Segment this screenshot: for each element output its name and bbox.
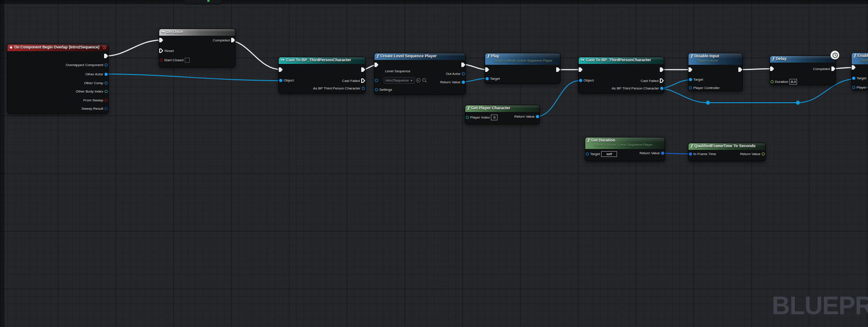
player-index-input[interactable]: 0 (491, 115, 498, 120)
wire-cast2-to-disableinput-target[interactable] (660, 80, 691, 88)
exec-out-pin[interactable] (104, 54, 108, 58)
reroute-node[interactable] (796, 101, 800, 105)
node-header[interactable]: ƒ QualifiedFrameTime To Seconds (688, 143, 765, 150)
latent-clock-icon (831, 51, 839, 59)
node-header[interactable]: ƒ Disable Input Target is Actor (688, 53, 742, 65)
node-header[interactable]: ƒ Create Level Sequence Player (374, 53, 465, 60)
pin-label: Sweep Result (82, 107, 103, 111)
node-header[interactable]: ƒ Play Target is Movie Scene Sequence Pl… (485, 53, 560, 65)
node-get-player-character[interactable]: ƒ Get Player Character Player Index0 Ret… (465, 105, 540, 124)
exec-in-pin[interactable] (374, 63, 378, 67)
struct-pin[interactable] (105, 107, 108, 110)
bool-pin[interactable] (105, 99, 108, 102)
wire-getplayercharacter-to-cast2-object[interactable] (535, 81, 580, 117)
player-controller-pin[interactable] (852, 86, 855, 89)
exec-in-pin[interactable] (688, 67, 692, 72)
object-out-pin[interactable] (660, 87, 663, 90)
node-on-component-begin-overlap[interactable]: ◈ On Component Begin Overlap (Intro2Sequ… (7, 44, 108, 114)
exec-out-pin[interactable] (660, 67, 664, 72)
wire-exec-event-to-doonce[interactable] (105, 40, 161, 56)
node-play[interactable]: ƒ Play Target is Movie Scene Sequence Pl… (485, 53, 561, 84)
bool-pin[interactable] (160, 59, 163, 62)
pin-label: Target (693, 78, 703, 82)
reroute-node[interactable] (706, 101, 710, 105)
exec-in-pin[interactable] (852, 65, 856, 70)
exec-in-pin[interactable] (485, 67, 489, 72)
target-pin[interactable] (486, 77, 489, 80)
object-pin[interactable] (375, 79, 378, 82)
wire-getduration-to-qft[interactable] (661, 153, 691, 154)
node-header[interactable]: ƒ Get Player Character (465, 105, 539, 112)
object-pin[interactable] (105, 63, 108, 67)
pin-label: Cast Failed (342, 79, 360, 83)
node-get-duration[interactable]: ƒ Get Duration Target is Movie Scene Seq… (585, 137, 665, 161)
struct-pin[interactable] (375, 88, 378, 91)
node-enable-input[interactable]: ƒ Enable Input Target is Actor Target Pl… (851, 52, 868, 90)
blueprint-graph-canvas[interactable]: BLUEPRINT ◈ On Co (0, 0, 868, 327)
boolean-pin[interactable] (207, 0, 210, 2)
wire-exec-disableinput-to-delay[interactable] (739, 69, 772, 70)
return-value-pin[interactable] (661, 152, 664, 155)
return-value-pin[interactable] (462, 81, 465, 84)
object-pin[interactable] (579, 79, 582, 82)
exec-out-pin[interactable] (361, 67, 365, 72)
node-header[interactable]: ↠ Do Once (159, 29, 235, 36)
level-sequence-dropdown[interactable]: Intro2Sequence ▼ (384, 77, 415, 84)
browse-asset-icon[interactable] (422, 78, 427, 83)
exec-in-pin[interactable] (770, 67, 774, 71)
node-cast-to-thirdpersoncharacter-1[interactable]: ↦ Cast To BP_ThirdPersonCharacter Object… (278, 57, 366, 93)
duration-input[interactable]: 8,0 (789, 79, 797, 85)
node-delay[interactable]: ƒ Delay Completed Duration8,0 (770, 56, 836, 85)
float-pin[interactable] (771, 80, 774, 83)
node-disable-input[interactable]: ƒ Disable Input Target is Actor Target P… (688, 53, 743, 91)
node-header[interactable]: ƒ Enable Input Target is Actor (852, 53, 868, 64)
object-pin[interactable] (105, 73, 108, 76)
target-input[interactable]: self (601, 151, 617, 157)
node-header[interactable]: ◈ On Component Begin Overlap (Intro2Sequ… (7, 45, 108, 51)
node-header[interactable]: ↦ Cast To BP_ThirdPersonCharacter (579, 57, 664, 64)
object-pin[interactable] (279, 79, 282, 82)
return-value-pin[interactable] (536, 115, 539, 118)
use-selected-asset-icon[interactable] (416, 78, 421, 83)
exec-out-pin[interactable] (556, 67, 560, 72)
function-icon: ƒ (468, 106, 469, 111)
object-out-pin[interactable] (462, 72, 465, 75)
object-pin[interactable] (105, 82, 108, 85)
exec-completed-pin[interactable] (831, 67, 835, 71)
exec-out-pin[interactable] (231, 38, 235, 42)
target-pin[interactable] (689, 78, 692, 81)
node-title: Create Level Sequence Player (380, 54, 437, 59)
exec-reset-pin[interactable] (159, 48, 163, 53)
exec-in-pin[interactable] (279, 67, 283, 72)
target-pin[interactable] (586, 152, 589, 156)
node-cast-to-thirdpersoncharacter-2[interactable]: ↦ Cast To BP_ThirdPersonCharacter Object… (578, 57, 664, 93)
pin-label: Other Comp (84, 81, 103, 85)
exec-in-pin[interactable] (159, 38, 163, 42)
exec-castfailed-pin[interactable] (660, 78, 664, 83)
int-pin[interactable] (105, 90, 108, 93)
node-title: Delay (776, 56, 786, 61)
int-pin[interactable] (466, 116, 469, 119)
exec-castfailed-pin[interactable] (361, 78, 365, 83)
node-header[interactable]: ↦ Cast To BP_ThirdPersonCharacter (279, 57, 365, 64)
node-qualifiedframetime-to-seconds[interactable]: ƒ QualifiedFrameTime To Seconds In Frame… (688, 143, 766, 161)
node-title: On Component Begin Overlap (Intro2Sequen… (14, 45, 99, 50)
object-out-pin[interactable] (362, 87, 365, 90)
node-create-level-sequence-player[interactable]: ƒ Create Level Sequence Player Level Seq… (374, 53, 466, 95)
node-header[interactable]: ƒ Get Duration Target is Movie Scene Seq… (585, 137, 665, 149)
exec-in-pin[interactable] (579, 67, 583, 72)
return-value-pin[interactable] (762, 152, 765, 156)
node-offscreen-top[interactable] (184, 0, 222, 4)
target-pin[interactable] (852, 77, 855, 80)
node-do-once[interactable]: ↠ Do Once Completed Reset Start Closed (159, 29, 236, 67)
in-frame-time-pin[interactable] (689, 152, 692, 156)
node-title: Do Once (167, 30, 183, 34)
exec-out-pin[interactable] (461, 63, 465, 67)
delegate-pin[interactable] (103, 46, 106, 49)
wire-otheractor-to-cast1-object[interactable] (106, 74, 281, 81)
start-closed-checkbox[interactable] (185, 58, 190, 63)
pin-label: Return Value (740, 152, 760, 156)
exec-out-pin[interactable] (738, 67, 742, 72)
player-controller-pin[interactable] (689, 86, 692, 89)
node-header[interactable]: ƒ Delay (770, 56, 835, 63)
